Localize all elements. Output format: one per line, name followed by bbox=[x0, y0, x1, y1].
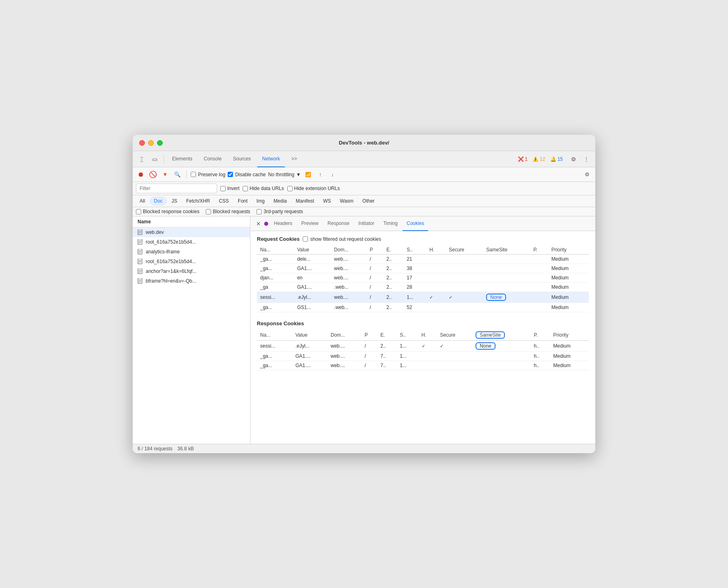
cell-domain: .web... bbox=[331, 303, 366, 312]
tab-sources[interactable]: Sources bbox=[228, 151, 256, 167]
cell-value: GS1... bbox=[294, 303, 331, 312]
tab-network[interactable]: Network bbox=[257, 151, 285, 167]
list-item[interactable]: bframe?hl=en&v=-Qb... bbox=[133, 276, 250, 286]
cell-domain: .web... bbox=[331, 283, 366, 292]
error-count: 1 bbox=[525, 156, 528, 162]
cell-expires: 2.. bbox=[383, 303, 403, 312]
type-filter-js[interactable]: JS bbox=[168, 197, 181, 205]
show-filtered-checkbox[interactable]: show filtered out request cookies bbox=[303, 236, 381, 242]
throttle-selector[interactable]: No throttling ▼ bbox=[268, 172, 301, 177]
col-size: S.. bbox=[396, 330, 418, 341]
cell-size: 1... bbox=[403, 292, 426, 303]
more-menu-icon[interactable]: ⋮ bbox=[581, 153, 592, 165]
table-row[interactable]: djan... en web.... / 2.. 17 Medium bbox=[257, 273, 589, 283]
hide-data-urls-checkbox[interactable]: Hide data URLs bbox=[243, 186, 284, 191]
cell-value: .eJyl... bbox=[294, 292, 331, 303]
filter-icon[interactable]: ▼ bbox=[160, 170, 170, 179]
cell-httponly bbox=[426, 283, 446, 292]
table-row[interactable]: sessi... .eJyl... web.... / 2.. 1... ✓ ✓… bbox=[257, 292, 589, 303]
status-bar: 6 / 184 requests 36.8 kB bbox=[133, 444, 595, 453]
blocked-requests[interactable]: Blocked requests bbox=[206, 209, 250, 214]
cursor-icon[interactable]: ⌶ bbox=[136, 153, 147, 165]
type-filter-css[interactable]: CSS bbox=[215, 197, 233, 205]
third-party-requests[interactable]: 3rd-party requests bbox=[256, 209, 303, 214]
device-icon[interactable]: ▭ bbox=[149, 153, 160, 165]
info-count: 15 bbox=[558, 156, 563, 162]
type-filter-wasm[interactable]: Wasm bbox=[336, 197, 358, 205]
disable-cache-input[interactable] bbox=[228, 172, 233, 177]
search-icon[interactable]: 🔍 bbox=[172, 170, 182, 179]
type-filter-all[interactable]: All bbox=[136, 197, 149, 205]
upload-icon[interactable]: ↑ bbox=[315, 170, 325, 179]
filter-input[interactable] bbox=[136, 184, 217, 193]
type-filter-font[interactable]: Font bbox=[234, 197, 251, 205]
hide-extension-urls-checkbox[interactable]: Hide extension URLs bbox=[287, 186, 340, 191]
type-filter-doc[interactable]: Doc bbox=[150, 197, 166, 205]
preserve-log-checkbox[interactable]: Preserve log bbox=[191, 172, 225, 177]
cell-partition: h.. bbox=[531, 341, 550, 352]
tab-response[interactable]: Response bbox=[323, 216, 353, 231]
table-row[interactable]: _ga... dele... web.... / 2.. 21 Medi bbox=[257, 255, 589, 264]
download-icon[interactable]: ↓ bbox=[327, 170, 337, 179]
record-button[interactable]: ⏺ bbox=[136, 170, 146, 179]
cell-priority: Medium bbox=[548, 303, 589, 312]
tab-more[interactable]: >> bbox=[286, 151, 302, 167]
disable-cache-checkbox[interactable]: Disable cache bbox=[228, 172, 265, 177]
list-item[interactable]: analytics-iframe bbox=[133, 247, 250, 257]
tab-initiator[interactable]: Initiator bbox=[354, 216, 378, 231]
none-response-badge: None bbox=[476, 342, 495, 350]
tab-headers[interactable]: Headers bbox=[270, 216, 296, 231]
list-item[interactable]: root_616a752e1b5d4... bbox=[133, 237, 250, 247]
tab-elements[interactable]: Elements bbox=[167, 151, 197, 167]
cell-name: djan... bbox=[257, 273, 294, 283]
preserve-log-input[interactable] bbox=[191, 172, 196, 177]
cell-domain: web.... bbox=[331, 273, 366, 283]
type-filter-img[interactable]: Img bbox=[253, 197, 268, 205]
type-filter-other[interactable]: Other bbox=[359, 197, 378, 205]
network-settings-icon[interactable]: ⚙ bbox=[582, 170, 592, 179]
maximize-button[interactable] bbox=[157, 140, 163, 146]
tab-console[interactable]: Console bbox=[199, 151, 226, 167]
table-row[interactable]: _ga... GA1.... web.... / 7.. 1... h.. bbox=[257, 352, 589, 361]
table-row[interactable]: _ga... GA1.... web.... / 2.. 38 Medi bbox=[257, 264, 589, 273]
cell-path: / bbox=[366, 292, 383, 303]
table-row[interactable]: _ga... GA1.... web.... / 7.. 1... h.. bbox=[257, 361, 589, 370]
tab-preview[interactable]: Preview bbox=[297, 216, 323, 231]
type-filter-ws[interactable]: WS bbox=[319, 197, 334, 205]
title-bar: DevTools - web.dev/ bbox=[133, 135, 595, 151]
close-detail-button[interactable]: ✕ bbox=[254, 219, 263, 229]
col-path: P bbox=[366, 245, 383, 255]
list-item[interactable]: root_616a752e1b5d4... bbox=[133, 257, 250, 266]
tab-timing[interactable]: Timing bbox=[379, 216, 402, 231]
type-filter-media[interactable]: Media bbox=[270, 197, 291, 205]
cell-secure bbox=[437, 361, 472, 370]
type-filter-manifest[interactable]: Manifest bbox=[292, 197, 318, 205]
clear-button[interactable]: 🚫 bbox=[148, 170, 158, 179]
wifi-icon[interactable]: 📶 bbox=[303, 170, 313, 179]
tab-divider bbox=[164, 155, 164, 163]
info-badge: 🔔 15 bbox=[550, 156, 563, 162]
type-filter-fetch[interactable]: Fetch/XHR bbox=[183, 197, 214, 205]
settings-icon[interactable]: ⚙ bbox=[568, 153, 579, 165]
cell-samesite bbox=[483, 283, 530, 292]
response-cookies-title: Response Cookies bbox=[257, 320, 589, 326]
table-row[interactable]: _ga GA1.... .web... / 2.. 28 Medium bbox=[257, 283, 589, 292]
cell-secure bbox=[446, 303, 483, 312]
invert-checkbox[interactable]: Invert bbox=[220, 186, 239, 191]
cell-samesite bbox=[483, 255, 530, 264]
table-row[interactable]: sessi... .eJyl... web.... / 2.. 1... ✓ ✓… bbox=[257, 341, 589, 352]
close-button[interactable] bbox=[139, 140, 145, 146]
list-item[interactable]: anchor?ar=1&k=6Lfqf... bbox=[133, 266, 250, 276]
cell-path: / bbox=[361, 341, 377, 352]
minimize-button[interactable] bbox=[148, 140, 154, 146]
list-item[interactable]: web.dev bbox=[133, 227, 250, 237]
col-value: Value bbox=[292, 330, 327, 341]
tab-cookies[interactable]: Cookies bbox=[403, 216, 428, 231]
document-icon bbox=[138, 229, 143, 235]
filter-bar: Invert Hide data URLs Hide extension URL… bbox=[133, 182, 595, 195]
window-title: DevTools - web.dev/ bbox=[339, 140, 389, 146]
cell-domain: web.... bbox=[331, 292, 366, 303]
blocked-response-cookies[interactable]: Blocked response cookies bbox=[136, 209, 199, 214]
cell-size: 38 bbox=[403, 264, 426, 273]
table-row[interactable]: _ga... GS1... .web... / 2.. 52 Mediu bbox=[257, 303, 589, 312]
